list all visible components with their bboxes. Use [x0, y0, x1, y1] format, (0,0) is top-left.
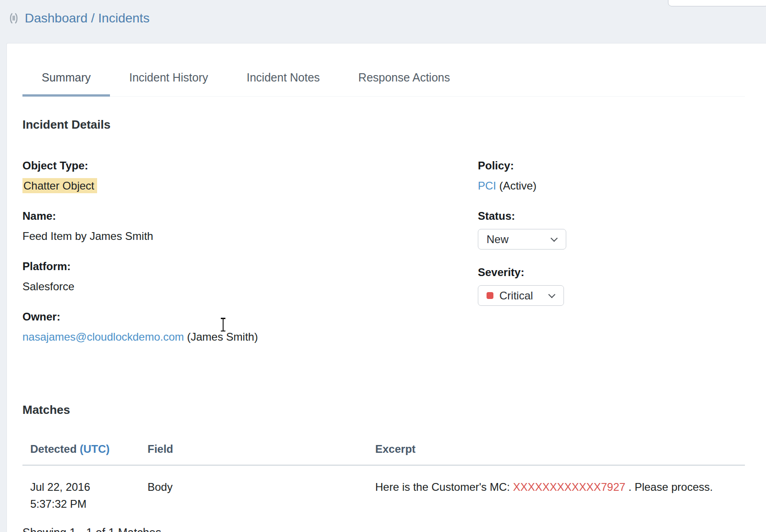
- detected-time: 5:37:32 PM: [30, 495, 148, 512]
- detected-date: Jul 22, 2016: [30, 478, 148, 495]
- owner-field: Owner: nasajames@cloudlockdemo.com (Jame…: [22, 309, 478, 344]
- severity-field: Severity: Critical: [478, 265, 745, 306]
- tab-bar: Summary Incident History Incident Notes …: [22, 65, 745, 97]
- status-field: Status: New: [478, 209, 745, 250]
- chevron-down-icon: [551, 234, 558, 242]
- menu-toggle-icon: [7, 11, 20, 25]
- severity-select[interactable]: Critical: [478, 285, 564, 306]
- excerpt-prefix: Here is the Customer's MC:: [375, 481, 513, 493]
- excerpt-cell: Here is the Customer's MC: XXXXXXXXXXXX7…: [375, 478, 745, 495]
- name-field: Name: Feed Item by James Smith: [22, 209, 478, 244]
- breadcrumb[interactable]: Dashboard / Incidents: [7, 11, 149, 26]
- results-count-text: Showing 1 - 1 of 1 Matches: [22, 526, 745, 532]
- platform-field: Platform: Salesforce: [22, 259, 478, 294]
- text-ibeam-cursor: [219, 318, 227, 331]
- tab-summary[interactable]: Summary: [22, 65, 110, 97]
- policy-link[interactable]: PCI: [478, 179, 496, 192]
- field-cell: Body: [148, 478, 375, 495]
- excerpt-suffix: . Please process.: [625, 481, 713, 493]
- column-header-field: Field: [148, 442, 375, 456]
- platform-label: Platform:: [22, 259, 478, 274]
- policy-active-suffix: (Active): [496, 179, 536, 192]
- table-row: Jul 22, 2016 5:37:32 PM Body Here is the…: [22, 466, 745, 512]
- name-label: Name:: [22, 209, 478, 223]
- object-type-field: Object Type: Chatter Object: [22, 158, 478, 193]
- incident-summary-card: Summary Incident History Incident Notes …: [6, 43, 766, 532]
- severity-critical-dot-icon: [487, 292, 493, 299]
- owner-email-link[interactable]: nasajames@cloudlockdemo.com: [22, 331, 184, 343]
- object-type-label: Object Type:: [22, 158, 478, 173]
- excerpt-redacted-number: XXXXXXXXXXXX7927: [513, 481, 625, 493]
- owner-name-suffix: (James Smith): [184, 331, 258, 343]
- matches-heading: Matches: [22, 403, 745, 417]
- policy-field: Policy: PCI (Active): [478, 158, 745, 193]
- incident-details-section: Object Type: Chatter Object Name: Feed I…: [22, 158, 745, 360]
- tab-response-actions[interactable]: Response Actions: [339, 65, 469, 96]
- name-value: Feed Item by James Smith: [22, 230, 153, 242]
- incident-details-heading: Incident Details: [22, 118, 745, 132]
- cutoff-toolbar-box: [668, 0, 766, 6]
- breadcrumb-text[interactable]: Dashboard / Incidents: [25, 11, 149, 26]
- status-select[interactable]: New: [478, 229, 566, 250]
- platform-value: Salesforce: [22, 280, 74, 293]
- matches-table-header: Detected (UTC) Field Excerpt: [22, 442, 745, 466]
- status-label: Status:: [478, 209, 745, 223]
- severity-label: Severity:: [478, 265, 745, 280]
- status-selected-value: New: [487, 233, 552, 246]
- tab-incident-history[interactable]: Incident History: [110, 65, 227, 96]
- column-header-detected[interactable]: Detected (UTC): [22, 442, 148, 456]
- matches-table: Detected (UTC) Field Excerpt Jul 22, 201…: [22, 442, 745, 512]
- policy-label: Policy:: [478, 158, 745, 173]
- object-type-value: Chatter Object: [22, 178, 97, 193]
- owner-label: Owner:: [22, 309, 478, 324]
- severity-selected-value: Critical: [499, 289, 549, 302]
- tab-incident-notes[interactable]: Incident Notes: [227, 65, 339, 96]
- column-header-utc: (UTC): [77, 443, 109, 455]
- detected-cell: Jul 22, 2016 5:37:32 PM: [22, 478, 148, 512]
- chevron-down-icon: [548, 291, 556, 298]
- column-header-excerpt: Excerpt: [375, 442, 745, 456]
